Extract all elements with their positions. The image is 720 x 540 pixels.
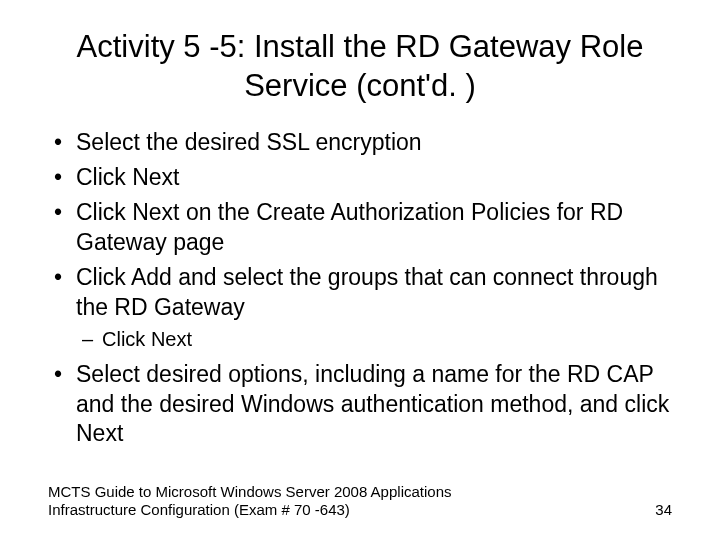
bullet-list: Select the desired SSL encryption Click … xyxy=(48,128,672,449)
bullet-text: Click Next xyxy=(76,164,180,190)
page-number: 34 xyxy=(655,501,672,520)
bullet-text: Click Next on the Create Authorization P… xyxy=(76,199,623,254)
sub-bullet-list: Click Next xyxy=(76,326,672,352)
list-item: Click Next xyxy=(102,326,672,352)
slide-body: Select the desired SSL encryption Click … xyxy=(48,128,672,479)
bullet-text: Select the desired SSL encryption xyxy=(76,129,422,155)
slide: Activity 5 -5: Install the RD Gateway Ro… xyxy=(0,0,720,540)
bullet-text: Click Next xyxy=(102,328,192,350)
bullet-text: Click Add and select the groups that can… xyxy=(76,264,658,319)
footer-text: MCTS Guide to Microsoft Windows Server 2… xyxy=(48,483,528,521)
slide-title: Activity 5 -5: Install the RD Gateway Ro… xyxy=(48,28,672,106)
list-item: Click Add and select the groups that can… xyxy=(76,263,672,352)
list-item: Select the desired SSL encryption xyxy=(76,128,672,157)
slide-footer: MCTS Guide to Microsoft Windows Server 2… xyxy=(48,483,672,521)
list-item: Click Next on the Create Authorization P… xyxy=(76,198,672,257)
list-item: Select desired options, including a name… xyxy=(76,360,672,448)
bullet-text: Select desired options, including a name… xyxy=(76,361,669,446)
list-item: Click Next xyxy=(76,163,672,192)
